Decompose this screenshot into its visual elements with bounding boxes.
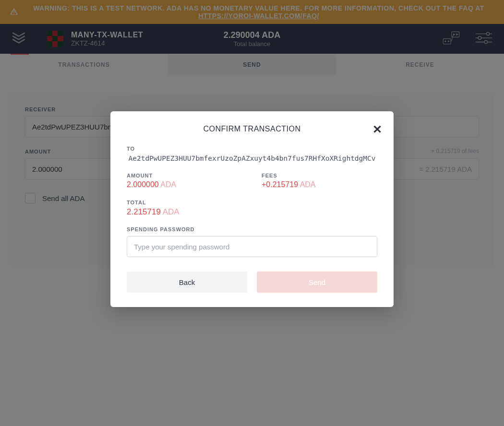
spending-password-label: SPENDING PASSWORD [127,226,377,232]
back-button[interactable]: Back [127,272,247,293]
modal-to-label: TO [127,146,377,152]
modal-fees-value: +0.215719 ADA [262,180,377,189]
confirm-transaction-modal: CONFIRM TRANSACTION ✕ TO Ae2tdPwUPEZ3HUU… [110,111,394,307]
modal-to-address: Ae2tdPwUPEZ3HUU7bmfexrUzoZpAZxuyt4b4bn7f… [123,154,381,162]
modal-amount-value: 2.000000 ADA [127,180,242,189]
modal-title: CONFIRM TRANSACTION [127,125,377,133]
close-icon[interactable]: ✕ [372,123,382,136]
spending-password-input[interactable] [127,236,377,257]
modal-total-value: 2.215719 ADA [127,207,377,217]
modal-fees-label: FEES [262,173,377,178]
modal-amount-label: AMOUNT [127,173,242,178]
modal-total-label: TOTAL [127,200,377,205]
send-button[interactable]: Send [257,272,377,293]
